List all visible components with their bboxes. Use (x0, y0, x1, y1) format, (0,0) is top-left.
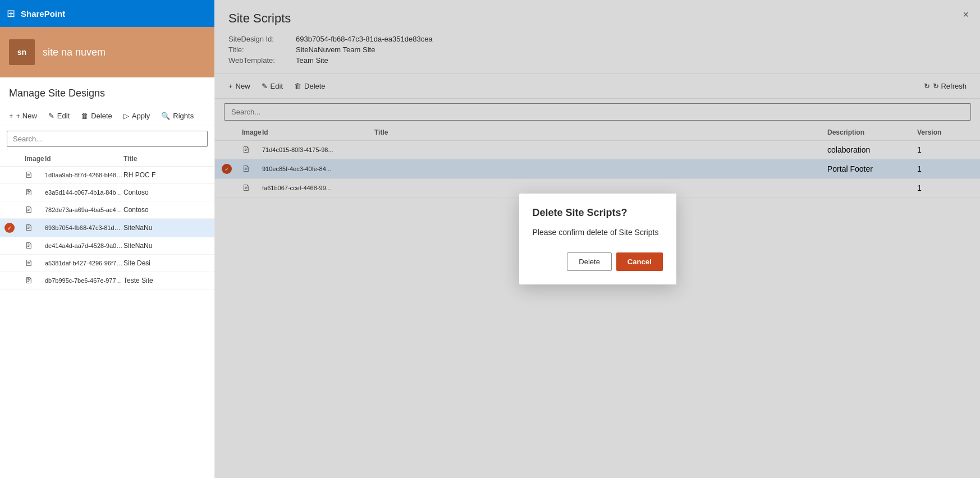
delete-icon-left: 🗑 (81, 112, 88, 120)
new-button-left[interactable]: + + New (4, 108, 42, 123)
edit-icon-left: ✎ (48, 112, 54, 120)
selected-indicator: ✓ (4, 223, 15, 233)
app-title: SharePoint (21, 9, 65, 19)
col-check-left (4, 155, 25, 163)
manage-title: Manage Site Designs (0, 77, 214, 106)
dialog-title: Delete Site Scripts? (533, 207, 663, 219)
file-icon: 🖹 (25, 205, 45, 214)
table-row[interactable]: 🖹 e3a5d144-c067-4b1a-84b0-4a54fe... Cont… (0, 184, 214, 201)
dialog-buttons: Delete Cancel (533, 252, 663, 271)
table-row[interactable]: 🖹 de414a4d-aa7d-4528-9a03-32e90... SiteN… (0, 237, 214, 255)
col-id-left: Id (45, 155, 123, 163)
table-row[interactable]: 🖹 db7b995c-7be6-467e-9777-80138... Teste… (0, 272, 214, 289)
site-header: sn site na nuvem (0, 27, 214, 77)
confirm-delete-button[interactable]: Delete (567, 252, 612, 271)
table-row[interactable]: ✓ 🖹 693b7054-fb68-47c3-81da-ea351d... Si… (0, 219, 214, 237)
col-image-left: Image (25, 155, 45, 163)
left-toolbar: + + New ✎ Edit 🗑 Delete ▷ Apply 🔍 Rights (0, 106, 214, 126)
file-icon: 🖹 (25, 223, 45, 232)
delete-dialog: Delete Site Scripts? Please confirm dele… (519, 194, 676, 284)
col-title-left: Title (123, 155, 210, 163)
table-row[interactable]: 🖹 a5381daf-b427-4296-96f7-48cb70c... Sit… (0, 255, 214, 272)
dialog-message: Please confirm delete of Site Scripts (533, 228, 663, 237)
delete-button-left[interactable]: 🗑 Delete (76, 108, 117, 123)
new-icon-left: + (9, 112, 13, 120)
table-row[interactable]: 🖹 782de73a-a69a-4ba5-ac40-9b4706... Cont… (0, 201, 214, 219)
file-icon: 🖹 (25, 241, 45, 250)
left-table-header: Image Id Title (0, 151, 214, 167)
file-icon: 🖹 (25, 171, 45, 180)
search-input-left[interactable] (7, 131, 208, 147)
rights-button-left[interactable]: 🔍 Rights (157, 108, 198, 123)
table-row[interactable]: 🖹 1d0aa9ab-8f7d-4268-bf48-b3b9fc0... RH … (0, 167, 214, 184)
dialog-overlay: Delete Site Scripts? Please confirm dele… (215, 0, 980, 478)
edit-button-left[interactable]: ✎ Edit (44, 108, 74, 123)
apply-icon-left: ▷ (123, 112, 129, 120)
cancel-delete-button[interactable]: Cancel (616, 252, 663, 271)
search-left-container (0, 126, 214, 151)
left-table: Image Id Title 🖹 1d0aa9ab-8f7d-4268-bf48… (0, 151, 214, 478)
file-icon: 🖹 (25, 276, 45, 285)
file-icon: 🖹 (25, 188, 45, 197)
rights-icon-left: 🔍 (161, 112, 170, 120)
site-name: site na nuvem (43, 47, 106, 58)
grid-icon[interactable]: ⊞ (7, 7, 15, 20)
file-icon: 🖹 (25, 259, 45, 268)
site-avatar: sn (9, 39, 35, 65)
apply-button-left[interactable]: ▷ Apply (119, 108, 155, 123)
sharepoint-header: ⊞ SharePoint (0, 0, 214, 27)
